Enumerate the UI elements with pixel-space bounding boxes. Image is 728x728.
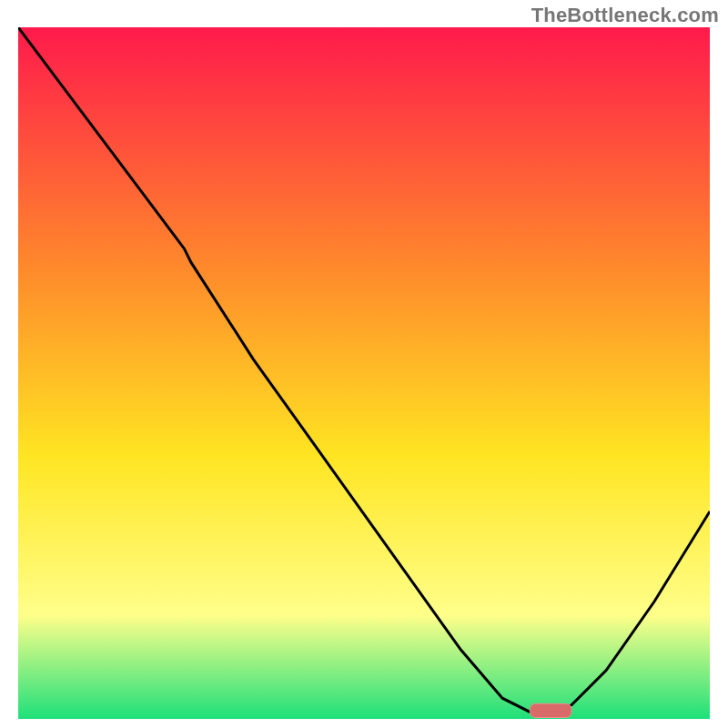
plot-area [18, 27, 710, 719]
gradient-background [18, 27, 710, 719]
chart-svg [18, 27, 710, 719]
optimum-marker [530, 703, 571, 717]
chart-container: TheBottleneck.com [0, 0, 728, 728]
watermark-text: TheBottleneck.com [531, 4, 719, 27]
